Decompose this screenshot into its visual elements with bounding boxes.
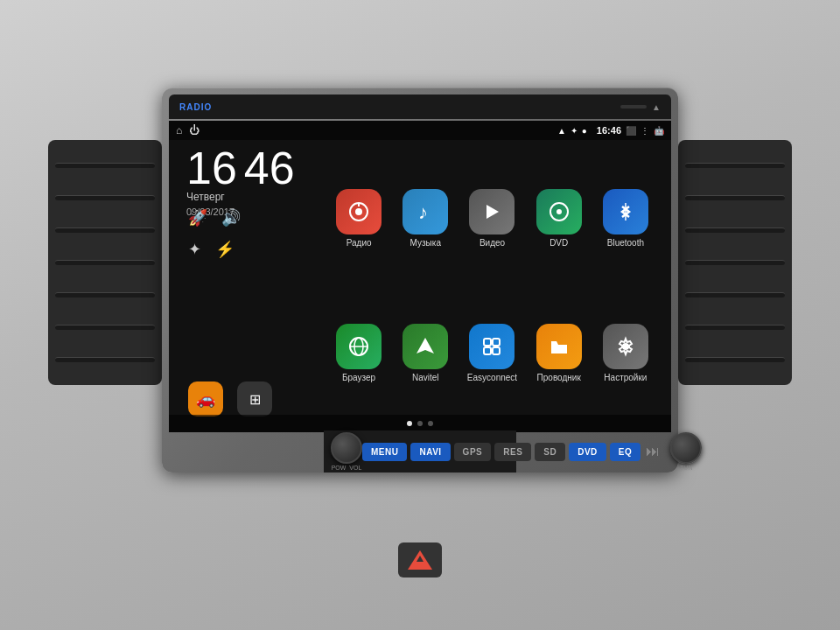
app-bluetooth-icon: [603, 189, 648, 234]
track-forward-icon[interactable]: ⏭: [640, 444, 665, 459]
vent-slat: [685, 195, 785, 200]
clock-hour: 16: [186, 145, 237, 191]
eq-button[interactable]: EQ: [610, 443, 640, 461]
app-settings-label: Настройки: [604, 373, 647, 382]
app-grid: Радио ♪ Музыка Ви: [322, 147, 662, 424]
vol-label: POW VOL: [332, 465, 362, 471]
hazard-area: [398, 542, 442, 578]
app-dvd-label: DVD: [550, 238, 568, 248]
screen-nav-icons: ⌂ ⏻: [169, 121, 206, 140]
app-files[interactable]: Проводник: [529, 289, 589, 416]
app-video-icon: [469, 189, 514, 234]
app-navitel-label: Navitel: [412, 373, 439, 382]
apps-button[interactable]: ⊞: [237, 382, 272, 416]
app-browser-icon: [336, 324, 382, 369]
equalizer-icon[interactable]: ⚡: [215, 240, 234, 259]
bluetooth-status-icon: ✦: [570, 126, 578, 136]
status-bar: ⌂ ⏻ ▲ ✦ ● 16:46 ⬛ ⋮ 🤖: [169, 121, 671, 140]
app-bluetooth[interactable]: Bluetooth: [596, 154, 655, 282]
tuner-knob[interactable]: [670, 432, 702, 464]
app-browser[interactable]: Браузер: [329, 289, 388, 416]
vent-slat: [685, 163, 785, 168]
app-dvd[interactable]: DVD: [529, 154, 589, 282]
gps-button[interactable]: GPS: [454, 443, 492, 461]
svg-point-6: [556, 209, 562, 214]
clock-minute: 46: [244, 145, 295, 191]
app-easyconnect[interactable]: Easyconnect: [462, 289, 522, 416]
hazard-button[interactable]: [398, 542, 442, 578]
svg-rect-12: [484, 339, 491, 346]
app-radio-label: Радио: [346, 238, 372, 248]
vent-slat: [55, 228, 155, 233]
power-vol-knob-area: POW VOL: [331, 432, 362, 471]
app-video[interactable]: Видео: [462, 154, 522, 282]
ctrl-buttons: MENU NAVI GPS RES SD DVD EQ: [362, 443, 640, 461]
headunit-frame: RADIO ▲ ⌂ ⏻ ▲ ✦ ● 16:46 ⬛ ⋮: [162, 88, 678, 472]
app-settings[interactable]: Настройки: [596, 289, 655, 416]
vent-slat: [685, 292, 785, 298]
signal-icon: ●: [582, 126, 587, 136]
clock-display: 16 46: [186, 145, 295, 191]
power-icon[interactable]: ⏻: [189, 124, 200, 136]
headunit-top-strip: RADIO ▲: [169, 94, 671, 119]
vent-slat: [685, 228, 785, 233]
svg-marker-11: [416, 338, 434, 354]
controls-bar: POW VOL MENU NAVI GPS RES SD DVD EQ ⏭ TU…: [324, 430, 516, 472]
svg-rect-14: [484, 347, 491, 354]
app-easyconnect-label: Easyconnect: [467, 373, 517, 382]
vent-left: [48, 140, 162, 385]
app-bluetooth-label: Bluetooth: [607, 238, 644, 248]
power-vol-knob[interactable]: [331, 432, 362, 464]
sd-button[interactable]: SD: [535, 443, 565, 461]
app-settings-icon: [603, 324, 648, 369]
svg-point-16: [622, 343, 629, 350]
app-video-label: Видео: [480, 238, 505, 248]
page-indicator-3[interactable]: [428, 421, 433, 426]
svg-rect-13: [493, 339, 500, 346]
tun-label: TUN: [680, 465, 692, 471]
res-button[interactable]: RES: [494, 443, 531, 461]
eject-button[interactable]: ▲: [652, 102, 661, 112]
page-indicator-2[interactable]: [417, 421, 423, 426]
svg-point-1: [355, 208, 362, 215]
vent-slat: [685, 260, 785, 265]
vent-slat: [55, 292, 155, 298]
vent-slat: [685, 325, 785, 330]
vent-slat: [685, 357, 785, 362]
headunit-top-right: ▲: [620, 102, 661, 112]
car-icon: 🚗: [196, 389, 215, 409]
hazard-triangle-icon: [408, 550, 432, 570]
vent-right: [678, 140, 792, 385]
sidebar-row-1: 🚀 🔊: [188, 208, 241, 228]
clock-area: 16 46 Четверг 09/03/2017: [186, 145, 295, 217]
app-navitel[interactable]: Navitel: [396, 289, 455, 416]
page-indicator-1[interactable]: [407, 421, 412, 426]
navigation-icon[interactable]: 🚀: [188, 208, 207, 228]
status-icons: ▲ ✦ ● 16:46 ⬛ ⋮ 🤖: [557, 125, 664, 136]
home-icon[interactable]: ⌂: [176, 124, 182, 136]
app-browser-label: Браузер: [342, 373, 375, 382]
car-settings-button[interactable]: 🚗: [188, 382, 223, 416]
app-music-label: Музыка: [410, 238, 441, 248]
brightness-icon[interactable]: ✦: [188, 240, 201, 259]
dvd-button[interactable]: DVD: [569, 443, 606, 461]
app-navitel-icon: [402, 324, 448, 369]
volume-icon[interactable]: 🔊: [221, 208, 241, 228]
vent-slat: [55, 195, 155, 200]
sidebar-icons: 🚀 🔊 ✦ ⚡: [188, 208, 241, 259]
cd-slot: [620, 105, 647, 108]
app-files-label: Проводник: [537, 373, 581, 382]
svg-text:♪: ♪: [418, 201, 428, 223]
vent-slat: [55, 325, 155, 330]
android-icon: 🤖: [654, 126, 664, 136]
tuner-knob-area: TUN: [670, 432, 702, 471]
menu-dots-icon: ⋮: [640, 126, 649, 136]
screen: ⌂ ⏻ ▲ ✦ ● 16:46 ⬛ ⋮ 🤖 16 46: [169, 121, 671, 432]
navi-button[interactable]: NAVI: [410, 443, 450, 461]
app-music[interactable]: ♪ Музыка: [396, 154, 455, 282]
svg-rect-15: [493, 347, 500, 354]
app-dvd-icon: [536, 189, 582, 234]
vent-slat: [55, 260, 155, 265]
app-radio[interactable]: Радио: [329, 154, 388, 282]
menu-button[interactable]: MENU: [362, 443, 407, 461]
